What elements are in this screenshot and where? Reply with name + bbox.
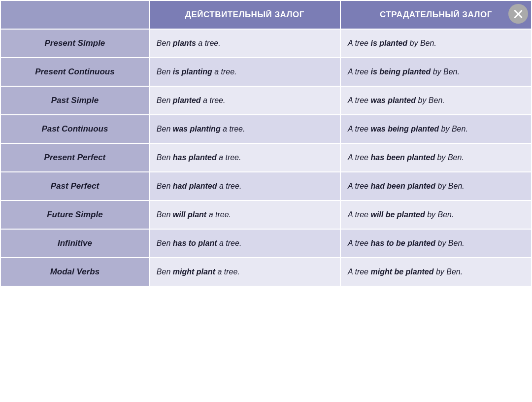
table-row: Present ContinuousBen is planting a tree… [0, 58, 532, 86]
tense-cell: Past Continuous [0, 115, 149, 143]
tense-cell: Present Continuous [0, 58, 149, 86]
close-button[interactable] [508, 4, 528, 24]
table-row: Present SimpleBen plants a tree.A tree i… [0, 29, 532, 58]
passive-cell: A tree has been planted by Ben. [340, 143, 532, 172]
table-row: Past ContinuousBen was planting a tree.A… [0, 115, 532, 143]
header-row: ДЕЙСТВИТЕЛЬНЫЙ ЗАЛОГ СТРАДАТЕЛЬНЫЙ ЗАЛОГ [0, 0, 532, 29]
table-row: Past PerfectBen had planted a tree.A tre… [0, 172, 532, 201]
passive-cell: A tree is planted by Ben. [340, 29, 532, 58]
active-cell: Ben has planted a tree. [149, 143, 340, 172]
table-row: InfinitiveBen has to plant a tree.A tree… [0, 229, 532, 258]
tense-cell: Modal Verbs [0, 258, 149, 286]
active-cell: Ben has to plant a tree. [149, 229, 340, 258]
tense-cell: Past Perfect [0, 172, 149, 201]
tense-cell: Present Simple [0, 29, 149, 58]
passive-cell: A tree was being planted by Ben. [340, 115, 532, 143]
passive-cell: A tree was planted by Ben. [340, 86, 532, 115]
passive-cell: A tree is being planted by Ben. [340, 58, 532, 86]
tense-cell: Future Simple [0, 201, 149, 229]
passive-cell: A tree might be planted by Ben. [340, 258, 532, 286]
active-cell: Ben planted a tree. [149, 86, 340, 115]
active-cell: Ben is planting a tree. [149, 58, 340, 86]
header-active: ДЕЙСТВИТЕЛЬНЫЙ ЗАЛОГ [149, 0, 340, 29]
table-row: Future SimpleBen will plant a tree.A tre… [0, 201, 532, 229]
table-row: Past SimpleBen planted a tree.A tree was… [0, 86, 532, 115]
passive-cell: A tree has to be planted by Ben. [340, 229, 532, 258]
active-cell: Ben was planting a tree. [149, 115, 340, 143]
table-row: Modal VerbsBen might plant a tree.A tree… [0, 258, 532, 286]
active-cell: Ben will plant a tree. [149, 201, 340, 229]
table-row: Present PerfectBen has planted a tree.A … [0, 143, 532, 172]
active-cell: Ben had planted a tree. [149, 172, 340, 201]
active-cell: Ben plants a tree. [149, 29, 340, 58]
tense-cell: Present Perfect [0, 143, 149, 172]
header-tense [0, 0, 149, 29]
grammar-table: ДЕЙСТВИТЕЛЬНЫЙ ЗАЛОГ СТРАДАТЕЛЬНЫЙ ЗАЛОГ… [0, 0, 532, 287]
header-passive: СТРАДАТЕЛЬНЫЙ ЗАЛОГ [340, 0, 532, 29]
active-cell: Ben might plant a tree. [149, 258, 340, 286]
table-wrapper: ДЕЙСТВИТЕЛЬНЫЙ ЗАЛОГ СТРАДАТЕЛЬНЫЙ ЗАЛОГ… [0, 0, 532, 287]
tense-cell: Infinitive [0, 229, 149, 258]
tense-cell: Past Simple [0, 86, 149, 115]
passive-cell: A tree had been planted by Ben. [340, 172, 532, 201]
passive-cell: A tree will be planted by Ben. [340, 201, 532, 229]
